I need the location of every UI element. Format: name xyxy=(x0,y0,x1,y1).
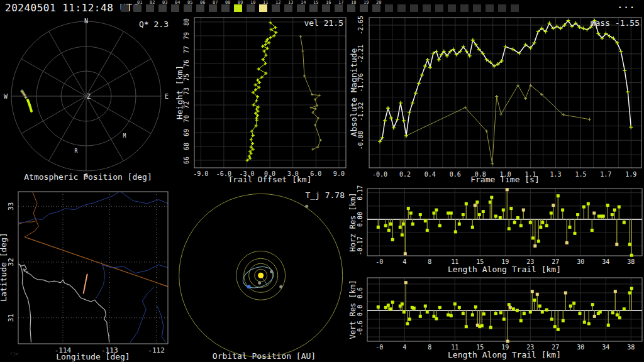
frame-button-12[interactable] xyxy=(272,4,280,12)
frame-button-02[interactable] xyxy=(146,4,154,12)
residual-point xyxy=(618,316,621,319)
residual-point xyxy=(587,202,590,206)
x-tick: -0 xyxy=(375,344,383,351)
y-tick: 33 xyxy=(7,202,15,211)
residual-point xyxy=(615,243,618,246)
frame-button[interactable] xyxy=(397,4,406,12)
river-northeast xyxy=(121,192,168,204)
residual-point xyxy=(578,312,581,315)
frame-button-17[interactable] xyxy=(335,4,343,12)
frame-button-20[interactable] xyxy=(372,4,380,12)
residual-point xyxy=(552,204,555,207)
frame-button-11[interactable] xyxy=(259,4,267,12)
vert-res-plot: -04811151923273034380.60.0-0.6Vert Res [… xyxy=(349,277,644,362)
x-tick: 4 xyxy=(402,258,406,265)
residual-point xyxy=(391,238,394,241)
orbital-position-plot: T_j 7.78Orbital Position [AU] xyxy=(176,185,352,362)
frame-button-16[interactable] xyxy=(322,4,330,12)
frame-button-14[interactable] xyxy=(297,4,305,12)
residual-point xyxy=(377,305,380,309)
trail-offset-panel: -9.0-6.0-3.00.03.06.09.08079777675737270… xyxy=(176,16,352,185)
frame-button-01[interactable] xyxy=(133,4,142,12)
residual-point xyxy=(630,254,633,257)
frame-button[interactable] xyxy=(486,4,494,12)
frame-button-07[interactable] xyxy=(209,4,217,12)
residual-point xyxy=(408,318,411,321)
y-axis-label: Vert Res [km] xyxy=(349,280,357,339)
frame-button[interactable] xyxy=(435,4,443,12)
frame-button[interactable] xyxy=(423,4,431,12)
x-axis-label: Length Along Trail [km] xyxy=(448,350,561,359)
frame-button[interactable] xyxy=(498,4,506,12)
frame-button-label: 18 xyxy=(351,1,356,5)
residual-point xyxy=(516,216,519,219)
residual-point xyxy=(482,312,486,315)
residual-point xyxy=(387,304,390,307)
frame-button-08[interactable] xyxy=(221,4,230,12)
frame-button-label: 19 xyxy=(364,1,369,5)
frame-button[interactable] xyxy=(473,4,481,12)
residual-point xyxy=(573,232,576,235)
residual-point xyxy=(409,212,413,215)
residual-point xyxy=(531,236,535,239)
meteor-ground-track xyxy=(84,275,87,293)
frame-button-13[interactable] xyxy=(284,4,292,12)
y-axis-label: Latitude [deg] xyxy=(0,233,8,302)
residual-point xyxy=(537,239,540,243)
y-tick: 0.6 xyxy=(357,287,364,299)
residual-point xyxy=(471,314,474,317)
residual-point xyxy=(438,224,441,227)
frame-button-label: 14 xyxy=(301,1,306,5)
residual-point xyxy=(387,229,391,232)
frame-button-19[interactable] xyxy=(360,4,368,12)
frame-button-03[interactable] xyxy=(158,4,167,12)
frame-button-06[interactable] xyxy=(196,4,204,12)
x-tick: 38 xyxy=(627,258,635,265)
residual-point xyxy=(539,226,542,229)
mass-value: mass -1.55 xyxy=(591,18,640,28)
magnitude-panel: -0.00.20.40.60.81.01.11.31.51.71.9-2.65-… xyxy=(349,16,644,185)
frame-button-10[interactable] xyxy=(247,4,255,12)
residual-point xyxy=(424,304,427,307)
frame-button[interactable] xyxy=(410,4,418,12)
frame-button-15[interactable] xyxy=(309,4,318,12)
frame-button[interactable] xyxy=(448,4,456,12)
horz-res-panel: -04811151923273034380.170.00-0.17Horz Re… xyxy=(349,185,644,277)
frame-button[interactable] xyxy=(460,4,469,12)
residual-point xyxy=(599,310,602,314)
frame-button[interactable] xyxy=(121,4,129,12)
frame-button-05[interactable] xyxy=(184,4,192,12)
frame-button-09[interactable] xyxy=(234,4,242,12)
colorado-river xyxy=(25,192,38,237)
y-axis-label: Absolute Magnitude xyxy=(349,48,358,136)
x-tick: 1.7 xyxy=(600,171,611,178)
x-axis-label: Trail Offset [km] xyxy=(228,175,311,184)
frame-button[interactable] xyxy=(511,4,519,12)
residual-point xyxy=(471,226,474,229)
frame-button-18[interactable] xyxy=(347,4,355,12)
q-value: Q* 2.3 xyxy=(139,19,169,29)
residual-point xyxy=(592,212,596,215)
app-window: { "header": { "timestamp": "20240501 11:… xyxy=(0,0,644,362)
residual-point xyxy=(407,207,410,210)
residual-point xyxy=(465,202,468,206)
residual-point xyxy=(377,226,380,229)
x-tick: 34 xyxy=(602,258,609,265)
residual-point xyxy=(611,311,614,314)
residual-point xyxy=(450,314,453,317)
residual-point xyxy=(489,326,492,329)
frame-button-label: 09 xyxy=(238,1,243,5)
residual-point xyxy=(474,204,477,207)
frame-button-04[interactable] xyxy=(171,4,179,12)
y-tick: -0.17 xyxy=(357,236,364,255)
planet-dot xyxy=(258,282,261,285)
x-tick: 38 xyxy=(627,344,635,351)
residual-point xyxy=(499,216,502,219)
residual-point xyxy=(447,314,450,317)
frame-button[interactable] xyxy=(385,4,393,12)
overflow-menu[interactable]: ... xyxy=(617,0,635,11)
zenith-label: Z xyxy=(87,93,91,100)
residual-point xyxy=(502,318,506,321)
river-southeast xyxy=(130,287,154,343)
residual-point xyxy=(593,315,596,318)
